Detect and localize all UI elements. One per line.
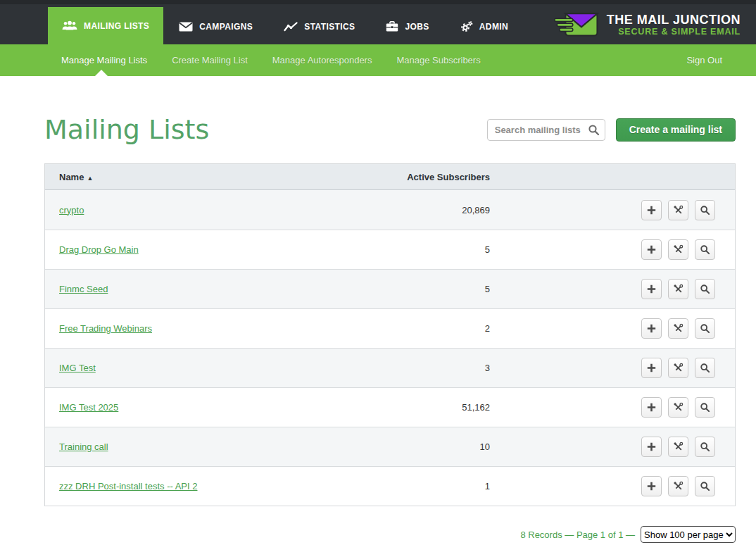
manage-list-button[interactable] bbox=[668, 397, 688, 418]
magnifier-icon bbox=[700, 441, 710, 452]
list-name-cell: IMG Test bbox=[45, 363, 370, 373]
list-name-cell: Training call bbox=[45, 441, 370, 452]
subnav-create-mailing-list[interactable]: Create Mailing List bbox=[172, 55, 248, 65]
row-actions bbox=[490, 358, 735, 378]
view-list-button[interactable] bbox=[695, 358, 715, 378]
add-subscriber-button[interactable] bbox=[641, 279, 662, 299]
view-list-button[interactable] bbox=[695, 476, 715, 496]
subscriber-count: 1 bbox=[370, 481, 490, 491]
subnav-manage-autoresponders[interactable]: Manage Autoresponders bbox=[272, 55, 372, 65]
line-chart-icon bbox=[284, 22, 298, 32]
view-list-button[interactable] bbox=[695, 279, 715, 299]
manage-list-button[interactable] bbox=[668, 279, 688, 299]
search-input[interactable] bbox=[487, 119, 605, 141]
manage-list-button[interactable] bbox=[668, 239, 688, 260]
view-list-button[interactable] bbox=[695, 397, 715, 418]
nav-label: CAMPAIGNS bbox=[199, 22, 253, 32]
records-summary: 8 Records — Page 1 of 1 — bbox=[520, 530, 635, 540]
plus-icon bbox=[646, 205, 657, 215]
table-row: Training call 10 bbox=[45, 427, 735, 466]
nav-label: JOBS bbox=[405, 22, 429, 32]
people-icon bbox=[62, 20, 77, 31]
manage-list-button[interactable] bbox=[668, 318, 688, 339]
add-subscriber-button[interactable] bbox=[641, 239, 662, 260]
mailing-list-link[interactable]: Training call bbox=[59, 441, 108, 452]
nav-label: STATISTICS bbox=[304, 22, 355, 32]
table-row: Free Trading Webinars 2 bbox=[45, 308, 735, 348]
subscriber-count: 20,869 bbox=[370, 205, 490, 215]
row-actions bbox=[490, 279, 735, 299]
tools-icon bbox=[673, 205, 683, 215]
search-wrap bbox=[487, 119, 605, 141]
tools-icon bbox=[673, 402, 683, 413]
table-body: crypto 20,869 bbox=[45, 190, 735, 506]
mailing-list-link[interactable]: Free Trading Webinars bbox=[59, 323, 152, 334]
list-name-cell: crypto bbox=[45, 205, 370, 215]
subnav-manage-subscribers[interactable]: Manage Subscribers bbox=[396, 55, 480, 65]
tools-icon bbox=[673, 481, 683, 491]
manage-list-button[interactable] bbox=[668, 437, 688, 457]
list-name-cell: Drag Drop Go Main bbox=[45, 244, 370, 255]
logo-tagline: SECURE & SIMPLE EMAIL bbox=[607, 27, 741, 37]
mailing-lists-table: Name▲ Active Subscribers crypto 20,869 bbox=[44, 163, 736, 506]
manage-list-button[interactable] bbox=[668, 200, 688, 220]
plus-icon bbox=[646, 363, 657, 373]
mailing-list-link[interactable]: zzz DRH Post-install tests -- API 2 bbox=[59, 481, 198, 491]
subscriber-count: 51,162 bbox=[370, 402, 490, 413]
tab-jobs[interactable]: JOBS bbox=[370, 8, 444, 44]
add-subscriber-button[interactable] bbox=[641, 437, 662, 457]
mailing-list-link[interactable]: crypto bbox=[59, 205, 84, 215]
manage-list-button[interactable] bbox=[668, 476, 688, 496]
subnav-manage-mailing-lists[interactable]: Manage Mailing Lists bbox=[61, 55, 147, 65]
subscriber-count: 5 bbox=[370, 244, 490, 255]
main-content: Mailing Lists Create a mailing list Name… bbox=[44, 114, 736, 545]
sign-out-link[interactable]: Sign Out bbox=[686, 55, 722, 65]
tools-icon bbox=[673, 363, 683, 373]
manage-list-button[interactable] bbox=[668, 358, 688, 378]
subscriber-count: 5 bbox=[370, 284, 490, 294]
nav-label: ADMIN bbox=[479, 22, 508, 32]
add-subscriber-button[interactable] bbox=[641, 358, 662, 378]
active-subnav-pointer bbox=[95, 70, 108, 76]
view-list-button[interactable] bbox=[695, 437, 715, 457]
row-actions bbox=[490, 397, 735, 418]
list-name-cell: Free Trading Webinars bbox=[45, 323, 370, 334]
magnifier-icon bbox=[700, 363, 710, 373]
nav-label: MAILING LISTS bbox=[84, 21, 149, 31]
app-logo: THE MAIL JUNCTION SECURE & SIMPLE EMAIL bbox=[553, 8, 741, 43]
add-subscriber-button[interactable] bbox=[641, 318, 662, 339]
subscriber-count: 3 bbox=[370, 363, 490, 373]
tab-statistics[interactable]: STATISTICS bbox=[268, 8, 370, 44]
magnifier-icon bbox=[700, 284, 710, 294]
mailing-list-link[interactable]: Drag Drop Go Main bbox=[59, 244, 139, 255]
add-subscriber-button[interactable] bbox=[641, 476, 662, 496]
view-list-button[interactable] bbox=[695, 318, 715, 339]
view-list-button[interactable] bbox=[695, 200, 715, 220]
row-actions bbox=[490, 476, 735, 496]
tab-campaigns[interactable]: CAMPAIGNS bbox=[163, 8, 268, 44]
magnifier-icon bbox=[700, 244, 710, 255]
list-name-cell: IMG Test 2025 bbox=[45, 402, 370, 413]
mailing-list-link[interactable]: IMG Test bbox=[59, 363, 96, 373]
plus-icon bbox=[646, 441, 657, 452]
envelope-icon bbox=[179, 22, 193, 32]
tools-icon bbox=[673, 244, 683, 255]
column-header-subscribers[interactable]: Active Subscribers bbox=[370, 172, 490, 182]
sub-navigation: Manage Mailing Lists Create Mailing List… bbox=[0, 44, 756, 76]
mailing-list-link[interactable]: Finmc Seed bbox=[59, 284, 108, 294]
tab-mailing-lists[interactable]: MAILING LISTS bbox=[48, 7, 163, 44]
create-mailing-list-button[interactable]: Create a mailing list bbox=[616, 118, 736, 142]
column-header-name[interactable]: Name▲ bbox=[45, 172, 370, 182]
plus-icon bbox=[646, 481, 657, 491]
add-subscriber-button[interactable] bbox=[641, 200, 662, 220]
view-list-button[interactable] bbox=[695, 239, 715, 260]
tab-admin[interactable]: ADMIN bbox=[445, 8, 524, 44]
mailing-list-link[interactable]: IMG Test 2025 bbox=[59, 402, 118, 413]
briefcase-icon bbox=[386, 21, 398, 32]
add-subscriber-button[interactable] bbox=[641, 397, 662, 418]
per-page-select[interactable]: Show 100 per page bbox=[641, 526, 736, 543]
plus-icon bbox=[646, 284, 657, 294]
tools-icon bbox=[673, 284, 683, 294]
table-row: zzz DRH Post-install tests -- API 2 1 bbox=[45, 466, 735, 506]
plus-icon bbox=[646, 244, 657, 255]
